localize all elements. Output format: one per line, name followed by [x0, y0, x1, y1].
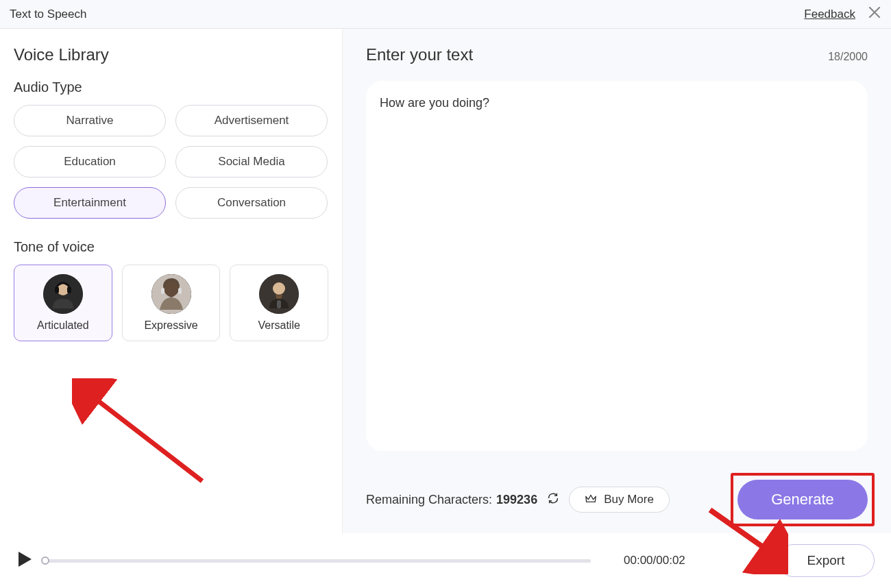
avatar-articulated	[43, 274, 83, 314]
buy-more-label: Buy More	[604, 493, 654, 506]
header-bar: Text to Speech Feedback	[0, 0, 891, 29]
audio-type-education[interactable]: Education	[14, 146, 166, 177]
audio-type-grid: Narrative Advertisement Education Social…	[14, 105, 328, 219]
play-icon[interactable]	[16, 550, 33, 571]
export-button[interactable]: Export	[777, 544, 875, 577]
tone-expressive-label: Expressive	[144, 319, 197, 332]
feedback-link[interactable]: Feedback	[804, 8, 855, 21]
audio-type-narrative[interactable]: Narrative	[14, 105, 166, 136]
audio-type-conversation[interactable]: Conversation	[175, 187, 328, 219]
audio-type-social-media[interactable]: Social Media	[175, 146, 328, 177]
svg-rect-2	[55, 286, 59, 293]
voice-library-panel: Voice Library Audio Type Narrative Adver…	[0, 29, 343, 533]
time-display: 00:00/00:02	[624, 554, 685, 567]
svg-rect-3	[67, 286, 71, 293]
voice-library-title: Voice Library	[14, 45, 328, 64]
char-count: 18/2000	[828, 51, 868, 63]
tone-expressive[interactable]: Expressive	[122, 265, 221, 341]
text-input[interactable]: How are you doing?	[366, 81, 868, 451]
progress-thumb[interactable]	[41, 556, 49, 565]
annotation-arrow-tone	[72, 378, 209, 488]
generate-button[interactable]: Generate	[737, 480, 868, 519]
remaining-value: 199236	[496, 493, 537, 507]
header-right: Feedback	[804, 5, 881, 23]
action-row: Remaining Characters: 199236 Buy More Ge…	[366, 480, 868, 533]
tone-row: Articulated Expressive Versatile	[14, 265, 328, 341]
svg-line-11	[88, 393, 202, 481]
audio-type-entertainment[interactable]: Entertainment	[14, 187, 166, 219]
text-content: How are you doing?	[380, 96, 854, 110]
tone-versatile-label: Versatile	[258, 319, 300, 332]
crown-icon	[585, 492, 597, 508]
avatar-expressive	[151, 274, 191, 314]
tone-articulated-label: Articulated	[37, 319, 89, 332]
audio-type-advertisement[interactable]: Advertisement	[175, 105, 328, 136]
tone-versatile[interactable]: Versatile	[230, 265, 328, 341]
text-panel: Enter your text How are you doing? 18/20…	[343, 29, 891, 533]
app-title: Text to Speech	[10, 8, 86, 21]
tone-articulated[interactable]: Articulated	[14, 265, 112, 341]
buy-more-button[interactable]: Buy More	[569, 487, 670, 513]
svg-point-9	[273, 282, 285, 295]
progress-slider[interactable]	[45, 559, 591, 563]
svg-rect-6	[161, 288, 164, 294]
svg-rect-10	[277, 300, 281, 308]
enter-text-title: Enter your text	[366, 45, 868, 64]
remaining-characters: Remaining Characters: 199236 Buy More	[366, 487, 670, 513]
svg-rect-7	[178, 288, 182, 294]
audio-type-label: Audio Type	[14, 79, 328, 95]
refresh-icon[interactable]	[547, 492, 559, 508]
close-icon[interactable]	[868, 5, 881, 23]
tone-label: Tone of voice	[14, 239, 328, 255]
remaining-label: Remaining Characters:	[366, 493, 492, 507]
avatar-versatile	[259, 274, 299, 314]
player-bar: 00:00/00:02 Export	[0, 533, 891, 588]
generate-wrap: Generate	[737, 480, 868, 519]
